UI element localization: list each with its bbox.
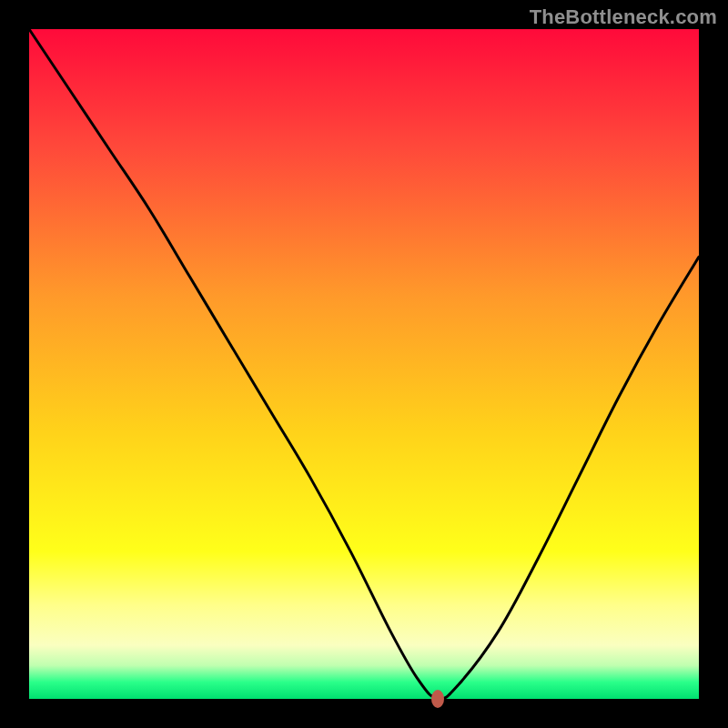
plot-area [29, 29, 699, 699]
chart-container: TheBottleneck.com [0, 0, 728, 728]
bottleneck-curve [29, 29, 699, 699]
minimum-marker [431, 690, 444, 708]
curve-layer [29, 29, 699, 699]
watermark-text: TheBottleneck.com [530, 5, 717, 29]
